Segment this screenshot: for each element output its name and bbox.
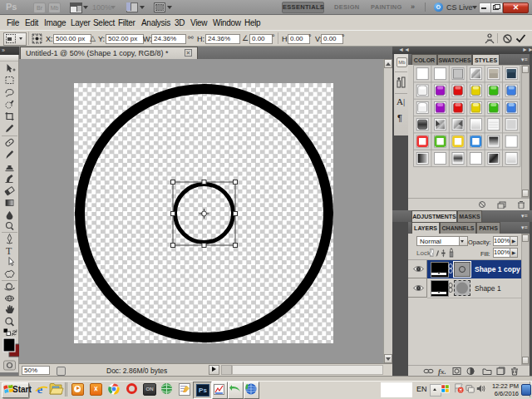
svg-text:fx.: fx.	[438, 367, 446, 376]
svg-text:T: T	[6, 245, 12, 257]
